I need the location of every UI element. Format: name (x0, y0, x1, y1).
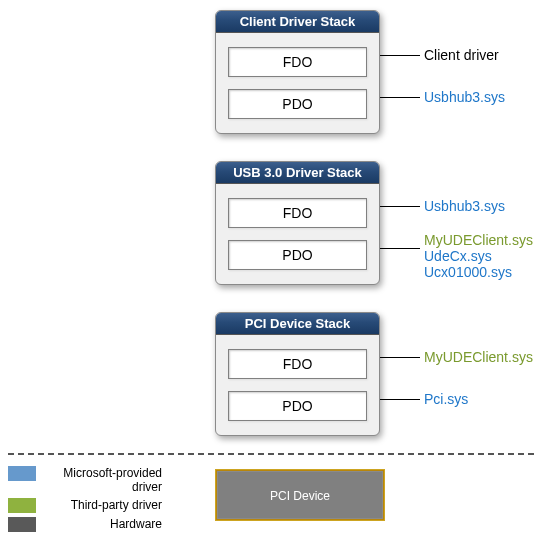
connector (380, 357, 420, 358)
client-driver-stack: Client Driver Stack FDO PDO (215, 10, 380, 134)
legend-row-hw: Hardware (8, 517, 162, 532)
fdo-label: Client driver (424, 47, 499, 63)
stack-title: PCI Device Stack (216, 313, 379, 335)
legend-label: Microsoft-provided driver (42, 466, 162, 494)
pdo-node: PDO (228, 240, 367, 270)
legend-label: Third-party driver (42, 498, 162, 512)
fdo-node: FDO (228, 198, 367, 228)
section-divider (8, 453, 534, 455)
stack-body: FDO PDO (216, 33, 379, 133)
pci-device-box: PCI Device (216, 470, 384, 520)
fdo-node: FDO (228, 47, 367, 77)
swatch-green (8, 498, 36, 513)
fdo-label: Usbhub3.sys (424, 198, 505, 214)
swatch-blue (8, 466, 36, 481)
pdo-label: Usbhub3.sys (424, 89, 505, 105)
stack-title: Client Driver Stack (216, 11, 379, 33)
pci-device-stack: PCI Device Stack FDO PDO (215, 312, 380, 436)
pdo-node: PDO (228, 89, 367, 119)
pdo-label: MyUDEClient.sys (424, 232, 533, 248)
pdo-label: UdeCx.sys (424, 248, 492, 264)
legend-row-ms: Microsoft-provided driver (8, 466, 162, 494)
connector (380, 97, 420, 98)
stack-title: USB 3.0 Driver Stack (216, 162, 379, 184)
stack-body: FDO PDO (216, 184, 379, 284)
pdo-label: Pci.sys (424, 391, 468, 407)
legend-label: Hardware (42, 517, 162, 531)
pdo-node: PDO (228, 391, 367, 421)
fdo-label: MyUDEClient.sys (424, 349, 533, 365)
connector (380, 399, 420, 400)
legend-row-3p: Third-party driver (8, 498, 162, 513)
swatch-gray (8, 517, 36, 532)
fdo-node: FDO (228, 349, 367, 379)
usb3-driver-stack: USB 3.0 Driver Stack FDO PDO (215, 161, 380, 285)
stack-body: FDO PDO (216, 335, 379, 435)
connector (380, 206, 420, 207)
connector (380, 55, 420, 56)
legend: Microsoft-provided driver Third-party dr… (8, 466, 162, 536)
pdo-label: Ucx01000.sys (424, 264, 512, 280)
connector (380, 248, 420, 249)
